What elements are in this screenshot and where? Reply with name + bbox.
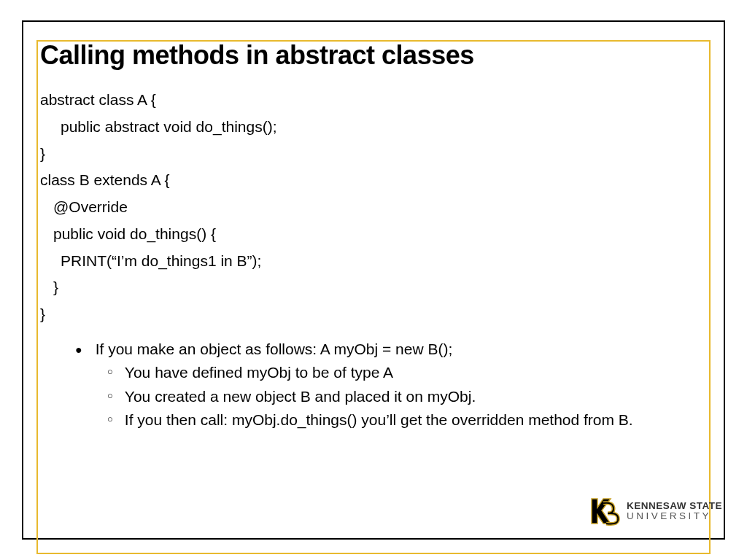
bullet-text: If you then call: myObj.do_things() you’… bbox=[125, 409, 633, 431]
logo-text: KENNESAW STATE UNIVERSITY bbox=[627, 501, 722, 521]
bullet-circle-icon: ○ bbox=[107, 389, 113, 408]
bullet-dot-icon: ● bbox=[75, 341, 82, 360]
bullet-list: ● If you make an object as follows: A my… bbox=[75, 338, 707, 432]
bullet-sub: ○ You have defined myObj to be of type A bbox=[107, 362, 707, 384]
university-logo: KENNESAW STATE UNIVERSITY bbox=[589, 494, 722, 528]
logo-name-top: KENNESAW STATE bbox=[627, 501, 722, 511]
code-block: abstract class A { public abstract void … bbox=[40, 87, 707, 328]
bullet-circle-icon: ○ bbox=[107, 413, 113, 431]
logo-name-bottom: UNIVERSITY bbox=[627, 511, 722, 521]
slide-title: Calling methods in abstract classes bbox=[40, 40, 707, 71]
bullet-sub: ○ If you then call: myObj.do_things() yo… bbox=[107, 409, 707, 431]
code-line: } bbox=[40, 141, 707, 168]
bullet-text: You have defined myObj to be of type A bbox=[125, 362, 393, 384]
code-line: } bbox=[40, 301, 707, 328]
slide-content: Calling methods in abstract classes abst… bbox=[40, 40, 707, 531]
code-line: class B extends A { bbox=[40, 167, 707, 194]
bullet-text: If you make an object as follows: A myOb… bbox=[96, 338, 453, 360]
code-line: PRINT(“I’m do_things1 in B”); bbox=[40, 248, 707, 275]
bullet-main: ● If you make an object as follows: A my… bbox=[75, 338, 707, 360]
bullet-circle-icon: ○ bbox=[107, 365, 113, 384]
code-line: abstract class A { bbox=[40, 87, 707, 114]
code-line: @Override bbox=[40, 194, 707, 221]
code-line: public abstract void do_things(); bbox=[40, 114, 707, 141]
ks-logo-icon bbox=[589, 494, 622, 528]
bullet-sub: ○ You created a new object B and placed … bbox=[107, 386, 707, 408]
code-line: public void do_things() { bbox=[40, 221, 707, 248]
bullet-text: You created a new object B and placed it… bbox=[125, 386, 476, 408]
code-line: } bbox=[40, 274, 707, 301]
